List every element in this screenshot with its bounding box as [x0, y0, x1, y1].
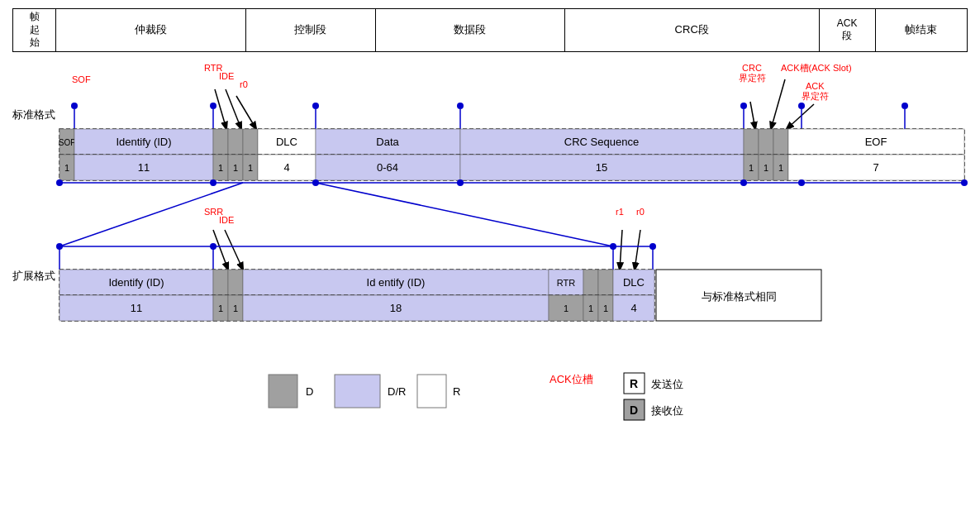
std-dlc-end-dot	[312, 103, 319, 109]
ext-bot-18-text: 18	[390, 302, 402, 314]
std-ack-delim-label2: 界定符	[802, 91, 829, 101]
std-bot-1b-text: 1	[218, 163, 223, 173]
legend-d-label: D	[306, 385, 313, 398]
std-sof-label: SOF	[72, 74, 91, 84]
std-top-rtr-cell	[213, 129, 228, 155]
std-top-ide-cell	[228, 129, 243, 155]
std-bot-1d-text: 1	[248, 163, 253, 173]
ext-r0-label: r0	[636, 207, 645, 217]
std-top-crc-text: CRC Sequence	[564, 136, 639, 148]
std-top-ack-slot-cell	[759, 129, 773, 155]
ext-top-r1-cell	[583, 270, 598, 295]
legend-ack-r-text: R	[630, 377, 638, 390]
std-crc-delim-label2: 界定符	[739, 73, 766, 83]
legend-send-label: 发送位	[651, 378, 683, 390]
std-bot-1-text: 1	[64, 163, 69, 173]
ext-bot-rtr1-text: 1	[564, 303, 568, 313]
std-bot-11-text: 11	[138, 161, 150, 174]
ext-top-r0-cell	[598, 270, 613, 295]
std-top-eof-text: EOF	[865, 136, 887, 148]
ext-bot-r1-text: 1	[588, 303, 593, 313]
ext-top-ide-cell	[228, 270, 243, 295]
std-ide-label: IDE	[219, 71, 234, 81]
ext-top-id-text: Identify (ID)	[108, 276, 164, 289]
std-crc-end-dot	[740, 103, 747, 109]
std-top-r0-cell	[243, 129, 258, 155]
ext-r0-arrow	[635, 230, 640, 270]
legend-d-box	[269, 375, 297, 408]
std-r0-label: r0	[240, 79, 248, 89]
header-ack: ACK段	[819, 9, 875, 52]
ext-ide-arrow	[225, 230, 243, 270]
std-crc-delim-arrow	[750, 102, 755, 129]
std-format-label: 标准格式	[12, 108, 55, 121]
header-frame-end: 帧结束	[875, 9, 967, 52]
diag-line-2	[316, 183, 613, 246]
legend-ack-d-text: D	[630, 404, 638, 417]
header-table: 帧起始 仲裁段 控制段 数据段 CRC段 ACK段 帧结束	[12, 8, 968, 52]
std-crc-delim-label: CRC	[742, 63, 762, 73]
std-bot-1f-text: 1	[764, 163, 768, 173]
std-rtr-arrow	[215, 89, 226, 129]
header-arbitration: 仲裁段	[56, 9, 245, 52]
ext-ide-label: IDE	[219, 215, 234, 225]
legend-dr-label: D/R	[388, 385, 406, 398]
ext-top-srr-cell	[213, 270, 228, 295]
std-ack-delim-label: ACK	[806, 81, 825, 91]
header-control: 控制段	[245, 9, 375, 52]
std-top-id-text: Identify (ID)	[116, 136, 171, 148]
header-frame-start: 帧起始	[13, 9, 56, 52]
std-bot-4-text: 4	[283, 161, 289, 174]
ext-top-rtr-text: RTR	[557, 278, 575, 288]
std-ack-slot-arrow	[771, 79, 785, 129]
ext-srr-arrow	[213, 230, 228, 270]
header-data: 数据段	[375, 9, 564, 52]
ext-same-text: 与标准格式相同	[702, 290, 777, 303]
std-ack-slot-label: ACK槽(ACK Slot)	[781, 63, 852, 73]
std-id-end-dot	[210, 103, 216, 109]
std-bot-7-text: 7	[873, 161, 878, 174]
main-container: 帧起始 仲裁段 控制段 数据段 CRC段 ACK段 帧结束 标准格式 SOF R…	[0, 0, 980, 453]
ext-bot-4-text: 4	[630, 302, 636, 314]
ext-format-label: 扩展格式	[12, 270, 55, 282]
ext-bot-1a-text: 1	[218, 303, 223, 313]
legend-ack-slot-label: ACK位槽	[549, 373, 593, 385]
legend-r-box	[417, 375, 446, 408]
std-top-dlc-text: DLC	[276, 136, 297, 148]
std-bot-1e-text: 1	[749, 163, 754, 173]
std-sof-dot	[71, 103, 78, 109]
std-bot-15-text: 15	[596, 161, 607, 174]
main-diagram: 标准格式 SOF RTR IDE r0 CRC 界定符 ACK槽(ACK Slo…	[12, 56, 968, 445]
std-top-sof-text: SOF	[59, 138, 76, 147]
std-bot-1c-text: 1	[233, 163, 238, 173]
std-top-crc-delim-cell	[744, 129, 759, 155]
std-top-ack-delim-cell	[773, 129, 788, 155]
ext-r1-label: r1	[616, 207, 624, 217]
std-ack-end-dot	[798, 103, 805, 109]
ext-top-dlc-text: DLC	[623, 276, 645, 289]
std-end-dot	[902, 103, 908, 109]
std-bot-064-text: 0-64	[377, 161, 398, 174]
ext-bot-r0-text: 1	[603, 303, 608, 313]
header-crc: CRC段	[564, 9, 819, 52]
legend-recv-label: 接收位	[651, 404, 683, 417]
ext-r1-arrow	[620, 230, 622, 270]
ext-bot-11-text: 11	[131, 302, 142, 314]
legend-r-label: R	[453, 385, 460, 398]
std-top-data-text: Data	[376, 136, 399, 148]
legend-dr-box	[335, 375, 380, 408]
std-bot-1g-text: 1	[778, 163, 783, 173]
std-ide-arrow	[226, 89, 241, 129]
ext-top-id18-text: Id entify (ID)	[367, 276, 426, 289]
ext-bot-1b-text: 1	[233, 303, 238, 313]
std-data-end-dot	[457, 103, 464, 109]
